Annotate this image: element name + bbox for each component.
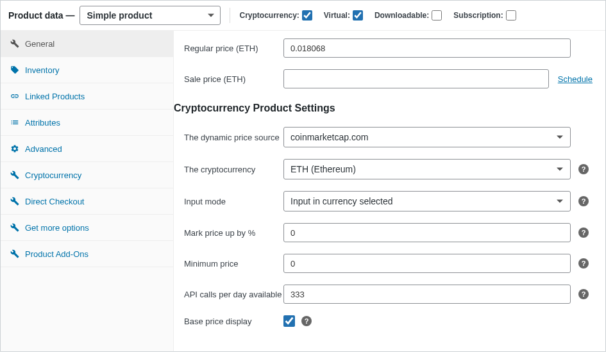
- virtual-checkbox[interactable]: [353, 10, 363, 21]
- base-price-label: Base price display: [184, 317, 283, 326]
- sidebar-item-general[interactable]: General: [1, 31, 173, 57]
- regular-price-row: Regular price (ETH): [184, 38, 593, 58]
- virtual-toggle: Virtual:: [324, 10, 363, 21]
- markup-input[interactable]: [283, 223, 571, 242]
- regular-price-input[interactable]: [283, 38, 571, 58]
- sidebar-item-label: Product Add-Ons: [25, 249, 88, 259]
- sidebar-item-product-addons[interactable]: Product Add-Ons: [1, 241, 173, 267]
- cryptocurrency-checkbox[interactable]: [302, 10, 312, 21]
- link-icon: [10, 91, 20, 101]
- sidebar: General Inventory Linked Products Attrib…: [1, 31, 174, 351]
- markup-label: Mark price up by %: [184, 228, 283, 238]
- gear-icon: [10, 144, 20, 154]
- sidebar-item-label: Get more options: [25, 223, 89, 233]
- header-divider: [230, 8, 230, 23]
- api-calls-row: API calls per day available ?: [184, 285, 593, 304]
- help-icon[interactable]: ?: [578, 228, 589, 238]
- header-checkbox-row: Cryptocurrency: Virtual: Downloadable: S…: [239, 10, 516, 21]
- subscription-label: Subscription:: [453, 11, 503, 20]
- api-calls-input[interactable]: [283, 285, 571, 304]
- base-price-checkbox[interactable]: [283, 315, 295, 327]
- subscription-toggle: Subscription:: [453, 10, 516, 21]
- panel-title: Product data —: [8, 10, 74, 21]
- price-source-select[interactable]: coinmarketcap.com: [283, 127, 571, 147]
- api-calls-label: API calls per day available: [184, 290, 283, 299]
- downloadable-label: Downloadable:: [375, 11, 429, 20]
- price-source-select-wrap: coinmarketcap.com: [283, 127, 571, 147]
- cryptocurrency-field-label: The cryptocurrency: [184, 165, 283, 174]
- price-source-row: The dynamic price source coinmarketcap.c…: [184, 127, 593, 147]
- sidebar-item-linked-products[interactable]: Linked Products: [1, 83, 173, 110]
- input-mode-row: Input mode Input in currency selected ?: [184, 191, 593, 211]
- sidebar-item-label: Attributes: [25, 118, 60, 128]
- product-type-select-wrap: Simple product: [80, 6, 221, 25]
- subscription-checkbox[interactable]: [506, 10, 516, 21]
- sidebar-item-attributes[interactable]: Attributes: [1, 110, 173, 136]
- panel-body: General Inventory Linked Products Attrib…: [1, 31, 605, 351]
- input-mode-label: Input mode: [184, 197, 283, 206]
- regular-price-label: Regular price (ETH): [184, 44, 283, 53]
- markup-row: Mark price up by % ?: [184, 223, 593, 242]
- wrench-icon: [10, 222, 20, 233]
- minimum-price-input[interactable]: [283, 254, 571, 273]
- wrench-icon: [10, 196, 20, 206]
- crypto-settings-heading: Cryptocurrency Product Settings: [174, 103, 593, 114]
- sidebar-item-label: Advanced: [25, 144, 62, 154]
- sale-price-label: Sale price (ETH): [184, 74, 283, 84]
- base-price-row: Base price display ?: [184, 315, 593, 327]
- cryptocurrency-toggle: Cryptocurrency:: [239, 10, 312, 21]
- sidebar-item-inventory[interactable]: Inventory: [1, 57, 173, 83]
- base-price-controls: ?: [283, 315, 312, 327]
- sidebar-item-label: Linked Products: [25, 92, 85, 101]
- sidebar-item-cryptocurrency[interactable]: Cryptocurrency: [1, 162, 173, 188]
- cryptocurrency-row: The cryptocurrency ETH (Ethereum) ?: [184, 159, 593, 179]
- cryptocurrency-select-wrap: ETH (Ethereum): [283, 159, 571, 179]
- help-icon[interactable]: ?: [578, 289, 589, 299]
- input-mode-select[interactable]: Input in currency selected: [283, 191, 571, 211]
- cryptocurrency-select[interactable]: ETH (Ethereum): [283, 159, 571, 179]
- product-type-select[interactable]: Simple product: [80, 6, 221, 25]
- help-icon[interactable]: ?: [578, 258, 589, 269]
- product-data-panel: Product data — Simple product Cryptocurr…: [0, 0, 606, 352]
- minimum-price-label: Minimum price: [184, 259, 283, 269]
- sidebar-item-get-more-options[interactable]: Get more options: [1, 215, 173, 241]
- sidebar-item-direct-checkout[interactable]: Direct Checkout: [1, 188, 173, 215]
- downloadable-checkbox[interactable]: [432, 10, 442, 21]
- wrench-icon: [10, 170, 20, 180]
- sidebar-item-label: Cryptocurrency: [25, 170, 81, 180]
- content-area: Regular price (ETH) Sale price (ETH) Sch…: [174, 31, 605, 351]
- input-mode-select-wrap: Input in currency selected: [283, 191, 571, 211]
- sidebar-item-label: General: [25, 39, 55, 49]
- sidebar-item-label: Direct Checkout: [25, 197, 84, 206]
- wrench-icon: [10, 38, 20, 49]
- help-icon[interactable]: ?: [578, 196, 589, 206]
- wrench-icon: [10, 249, 20, 259]
- sale-price-input[interactable]: [283, 69, 549, 88]
- panel-header: Product data — Simple product Cryptocurr…: [1, 1, 605, 31]
- virtual-label: Virtual:: [324, 11, 350, 20]
- sidebar-item-advanced[interactable]: Advanced: [1, 136, 173, 162]
- minimum-price-row: Minimum price ?: [184, 254, 593, 273]
- cryptocurrency-label: Cryptocurrency:: [239, 11, 299, 20]
- help-icon[interactable]: ?: [578, 164, 589, 174]
- schedule-link[interactable]: Schedule: [558, 74, 593, 84]
- sale-price-row: Sale price (ETH) Schedule: [184, 69, 593, 88]
- downloadable-toggle: Downloadable:: [375, 10, 442, 21]
- sidebar-item-label: Inventory: [25, 65, 59, 75]
- tag-icon: [10, 65, 20, 75]
- price-source-label: The dynamic price source: [184, 133, 283, 142]
- list-icon: [10, 117, 20, 128]
- help-icon[interactable]: ?: [301, 316, 312, 326]
